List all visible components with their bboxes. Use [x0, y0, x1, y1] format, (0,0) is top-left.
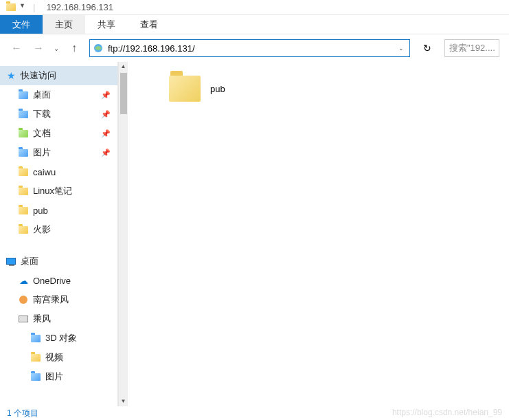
sidebar-item-label: 视频 — [45, 351, 63, 364]
sidebar-item-label: 乘风 — [33, 313, 51, 325]
qat-divider: | — [33, 2, 35, 12]
sidebar-item-pictures[interactable]: 图片 📌 — [0, 143, 117, 162]
sidebar-item-label: 图片 — [45, 371, 63, 383]
search-input[interactable]: 搜索"192.... — [444, 39, 499, 57]
sidebar-item-caiwu[interactable]: caiwu — [0, 162, 117, 181]
folder-icon — [18, 109, 29, 120]
desktop-icon — [5, 256, 16, 267]
tab-file[interactable]: 文件 — [0, 15, 43, 34]
sidebar-item-pub[interactable]: pub — [0, 201, 117, 220]
pin-icon: 📌 — [101, 110, 111, 119]
qat-dropdown-icon[interactable]: ▼ — [19, 2, 30, 13]
sidebar-item-label: 桌面 — [21, 255, 38, 267]
sidebar-item-label: Linux笔记 — [33, 185, 72, 197]
sidebar-item-label: pub — [33, 206, 48, 216]
sidebar-item-label: OneDrive — [33, 276, 71, 286]
window-title: 192.168.196.131 — [46, 2, 113, 12]
pin-icon: 📌 — [101, 148, 111, 157]
star-icon: ★ — [5, 70, 16, 81]
sidebar-item-user[interactable]: 南宫乘风 — [0, 290, 117, 309]
folder-icon — [30, 371, 41, 382]
address-dropdown-icon[interactable]: ⌄ — [396, 45, 407, 52]
item-count: 1 个项目 — [7, 408, 38, 419]
scroll-up-icon[interactable]: ▲ — [119, 62, 128, 71]
sidebar-quick-access[interactable]: ★ 快速访问 — [0, 66, 117, 85]
titlebar: ▼ | 192.168.196.131 — [0, 0, 509, 15]
pc-icon — [18, 313, 29, 324]
pin-icon: 📌 — [101, 91, 111, 100]
history-dropdown-icon[interactable]: ⌄ — [54, 45, 59, 52]
folder-icon — [30, 333, 41, 344]
sidebar-item-documents[interactable]: 文档 📌 — [0, 124, 117, 143]
folder-icon — [18, 128, 29, 139]
folder-icon — [18, 147, 29, 158]
sidebar-item-label: 快速访问 — [21, 69, 56, 82]
sidebar-item-3d-objects[interactable]: 3D 对象 — [0, 329, 117, 348]
back-button[interactable]: ← — [10, 41, 23, 55]
address-bar[interactable]: ⌄ — [89, 39, 410, 57]
sidebar-item-pc[interactable]: 乘风 — [0, 309, 117, 329]
refresh-button[interactable]: ↻ — [418, 39, 436, 57]
tab-share[interactable]: 共享 — [85, 15, 128, 34]
folder-icon — [18, 89, 29, 100]
folder-icon — [169, 76, 201, 102]
sidebar-item-label: 下载 — [33, 108, 51, 120]
tab-home[interactable]: 主页 — [43, 15, 85, 34]
watermark: https://blog.csdn.net/heian_99 — [392, 408, 502, 417]
folder-label: pub — [210, 84, 225, 94]
folder-icon — [18, 186, 29, 197]
forward-button[interactable]: → — [32, 41, 45, 55]
pin-icon: 📌 — [101, 129, 111, 138]
sidebar-item-label: 桌面 — [33, 89, 51, 101]
sidebar-item-videos[interactable]: 视频 — [0, 348, 117, 367]
content-pane[interactable]: pub — [128, 62, 509, 406]
sidebar-item-onedrive[interactable]: ☁ OneDrive — [0, 271, 117, 290]
sidebar-desktop-root[interactable]: 桌面 — [0, 252, 117, 271]
sidebar-item-linux-notes[interactable]: Linux笔记 — [0, 181, 117, 201]
sidebar-item-desktop[interactable]: 桌面 📌 — [0, 85, 117, 104]
folder-icon — [18, 205, 29, 216]
navigation-pane: ★ 快速访问 桌面 📌 下载 📌 文档 📌 图片 📌 — [0, 62, 118, 406]
folder-icon — [30, 352, 41, 363]
scroll-down-icon[interactable]: ▼ — [119, 397, 128, 406]
sidebar-item-label: 图片 — [33, 146, 51, 159]
folder-icon — [18, 224, 29, 235]
folder-icon — [18, 166, 29, 177]
sidebar-item-label: caiwu — [33, 167, 56, 177]
sidebar-item-label: 文档 — [33, 127, 51, 140]
sidebar-item-label: 火影 — [33, 223, 51, 236]
folder-item-pub[interactable]: pub — [169, 76, 225, 102]
sidebar-item-label: 南宫乘风 — [33, 294, 69, 306]
ribbon-tabs: 文件 主页 共享 查看 — [0, 15, 509, 34]
sidebar-scrollbar[interactable]: ▲ ▼ — [118, 62, 128, 406]
sidebar-item-huoying[interactable]: 火影 — [0, 220, 117, 239]
navigation-bar: ← → ⌄ ↑ ⌄ ↻ 搜索"192.... — [0, 34, 509, 62]
address-input[interactable] — [108, 43, 392, 54]
folder-icon[interactable] — [5, 2, 16, 13]
tab-view[interactable]: 查看 — [128, 15, 170, 34]
sidebar-item-pictures2[interactable]: 图片 — [0, 367, 117, 386]
sidebar-item-downloads[interactable]: 下载 📌 — [0, 104, 117, 124]
sidebar-item-label: 3D 对象 — [45, 332, 77, 344]
onedrive-icon: ☁ — [18, 275, 29, 286]
user-icon — [18, 294, 29, 305]
ftp-location-icon — [93, 43, 104, 54]
scroll-thumb[interactable] — [120, 73, 127, 114]
up-button[interactable]: ↑ — [67, 41, 81, 55]
status-bar: 1 个项目 — [0, 406, 45, 420]
